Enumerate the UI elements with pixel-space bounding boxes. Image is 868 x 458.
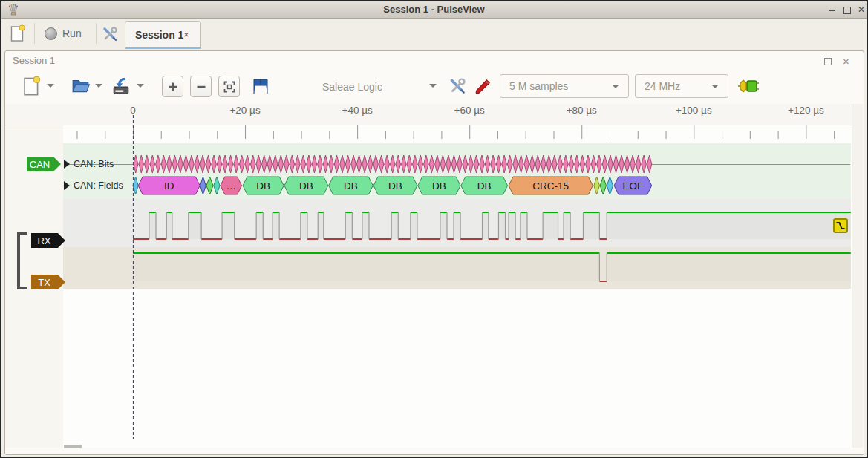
tab-close-icon[interactable]: × bbox=[183, 29, 189, 40]
row-label-can-bits: CAN: Bits bbox=[74, 159, 114, 169]
decoder-icon bbox=[737, 78, 760, 94]
sample-count-caret bbox=[612, 85, 619, 88]
float-panel-button[interactable] bbox=[824, 55, 832, 66]
decoder-tag-label: CAN bbox=[30, 159, 50, 170]
toolbar-separator bbox=[34, 23, 35, 44]
rx-trace-background bbox=[63, 199, 851, 247]
channels-probe-button[interactable] bbox=[472, 76, 493, 96]
zoom-in-button[interactable] bbox=[162, 76, 183, 97]
device-selector[interactable]: Saleae Logic bbox=[322, 80, 382, 94]
channel-tag-label: TX bbox=[38, 277, 50, 288]
timeline-ruler[interactable] bbox=[5, 104, 862, 125]
zoom-fit-icon bbox=[223, 80, 236, 94]
run-button[interactable]: Run bbox=[40, 22, 97, 45]
open-dropdown-caret[interactable] bbox=[95, 84, 102, 88]
panel-title: Session 1 bbox=[13, 55, 55, 66]
device-label: Saleae Logic bbox=[322, 81, 382, 93]
horizontal-scrollbar-thumb[interactable] bbox=[64, 445, 82, 448]
save-icon bbox=[111, 76, 131, 96]
sample-count-select[interactable]: 5 M samples bbox=[500, 74, 629, 98]
main-toolbar: Run Session 1 × bbox=[1, 19, 867, 48]
pulseview-window: Session 1 - PulseView ✕ Run Se bbox=[0, 0, 868, 458]
sample-rate-value: 24 MHz bbox=[645, 80, 680, 92]
panel-close-icon[interactable]: × bbox=[843, 55, 849, 68]
falling-edge-icon bbox=[835, 220, 846, 232]
open-folder-icon bbox=[71, 77, 91, 95]
tab-session-1[interactable]: Session 1 × bbox=[125, 21, 201, 49]
zoom-out-button[interactable] bbox=[190, 76, 212, 97]
zoom-fit-button[interactable] bbox=[218, 76, 240, 97]
new-session-icon bbox=[10, 24, 25, 42]
decoder-trace-background bbox=[63, 143, 851, 199]
cursor-flags-icon bbox=[251, 78, 270, 94]
device-dropdown-caret[interactable] bbox=[429, 84, 437, 88]
toolbar-separator bbox=[96, 23, 97, 44]
add-decoder-button[interactable] bbox=[737, 77, 760, 95]
settings-button[interactable] bbox=[100, 24, 120, 44]
configure-device-button[interactable] bbox=[447, 76, 468, 96]
probe-icon bbox=[473, 76, 492, 96]
sample-rate-select[interactable]: 24 MHz bbox=[635, 74, 728, 98]
tx-trace-background bbox=[63, 247, 851, 289]
window-title: Session 1 - PulseView bbox=[1, 1, 867, 18]
window-title-bar[interactable]: Session 1 - PulseView ✕ bbox=[1, 1, 867, 19]
new-view-dropdown-caret[interactable] bbox=[47, 84, 54, 88]
tab-active-indicator bbox=[125, 47, 200, 49]
new-session-button[interactable] bbox=[8, 24, 27, 43]
new-view-icon bbox=[23, 76, 41, 96]
sample-rate-caret bbox=[711, 85, 719, 88]
open-file-button[interactable] bbox=[70, 75, 92, 97]
tab-label: Session 1 bbox=[135, 29, 183, 41]
row-expander-fields[interactable] bbox=[64, 181, 70, 190]
wrench-screwdriver-icon bbox=[101, 25, 119, 43]
new-view-button[interactable] bbox=[21, 75, 43, 97]
close-button[interactable]: ✕ bbox=[853, 1, 868, 18]
save-file-button[interactable] bbox=[110, 75, 132, 97]
channel-tag-label: RX bbox=[37, 235, 50, 246]
run-label: Run bbox=[62, 27, 82, 39]
zoom-out-icon bbox=[195, 81, 207, 93]
zoom-in-icon bbox=[167, 81, 179, 93]
row-expander-bits[interactable] bbox=[64, 160, 70, 169]
save-dropdown-caret[interactable] bbox=[137, 84, 144, 88]
vertical-scrollbar[interactable] bbox=[852, 104, 863, 448]
minimize-button[interactable] bbox=[824, 1, 841, 18]
channel-group-bracket[interactable] bbox=[17, 232, 27, 289]
wrench-screwdriver-icon bbox=[448, 76, 467, 96]
sample-count-value: 5 M samples bbox=[509, 80, 568, 92]
run-led-icon bbox=[45, 27, 57, 40]
trigger-marker-falling-edge[interactable] bbox=[833, 218, 848, 233]
show-cursors-button[interactable] bbox=[250, 76, 271, 96]
row-label-can-fields: CAN: Fields bbox=[74, 180, 123, 191]
